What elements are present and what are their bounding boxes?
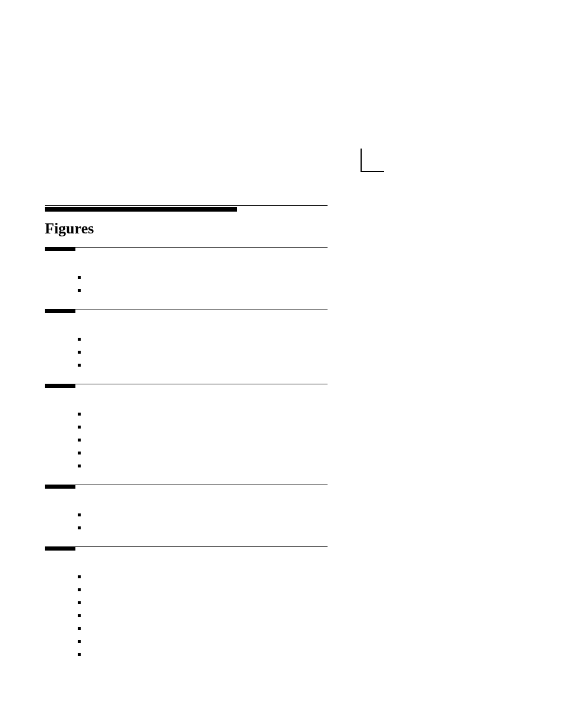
figure-entry bbox=[78, 610, 328, 622]
section-body bbox=[45, 311, 328, 372]
section bbox=[45, 247, 328, 297]
content-column: Figures bbox=[45, 205, 328, 673]
figure-entry bbox=[78, 460, 328, 473]
section bbox=[45, 384, 328, 473]
section bbox=[45, 309, 328, 372]
figure-entry bbox=[78, 333, 328, 346]
section bbox=[45, 485, 328, 535]
section-body bbox=[45, 548, 328, 661]
figure-entry bbox=[78, 571, 328, 584]
figure-list bbox=[45, 408, 328, 473]
title-bar bbox=[45, 207, 237, 212]
crop-mark-icon bbox=[361, 149, 384, 172]
figure-list bbox=[45, 271, 328, 297]
figure-entry bbox=[78, 408, 328, 421]
sections-container bbox=[45, 247, 328, 661]
section-tab bbox=[45, 384, 75, 388]
section-tab bbox=[45, 547, 75, 551]
figure-entry bbox=[78, 635, 328, 648]
page-title: Figures bbox=[45, 220, 328, 238]
page: Figures bbox=[0, 0, 562, 728]
section-rule bbox=[45, 546, 328, 547]
title-top-rule bbox=[45, 205, 328, 206]
figure-entry bbox=[78, 648, 328, 661]
section-tab bbox=[45, 309, 75, 313]
figure-list bbox=[45, 509, 328, 535]
figure-entry bbox=[78, 447, 328, 460]
figure-entry bbox=[78, 622, 328, 635]
figure-entry bbox=[78, 522, 328, 535]
section-body bbox=[45, 249, 328, 297]
section-body bbox=[45, 486, 328, 535]
figure-entry bbox=[78, 584, 328, 597]
section-rule bbox=[45, 309, 328, 309]
figure-entry bbox=[78, 271, 328, 284]
figure-entry bbox=[78, 421, 328, 434]
figure-entry bbox=[78, 597, 328, 610]
figure-entry bbox=[78, 359, 328, 372]
figure-entry bbox=[78, 284, 328, 297]
figure-entry bbox=[78, 434, 328, 447]
section-tab bbox=[45, 485, 75, 489]
section-tab bbox=[45, 248, 75, 251]
figure-list bbox=[45, 333, 328, 372]
section-rule bbox=[45, 247, 328, 248]
section-body bbox=[45, 386, 328, 473]
section-rule bbox=[45, 485, 328, 485]
figure-entry bbox=[78, 346, 328, 359]
section bbox=[45, 546, 328, 661]
section-rule bbox=[45, 384, 328, 384]
figure-entry bbox=[78, 509, 328, 522]
figure-list bbox=[45, 571, 328, 661]
